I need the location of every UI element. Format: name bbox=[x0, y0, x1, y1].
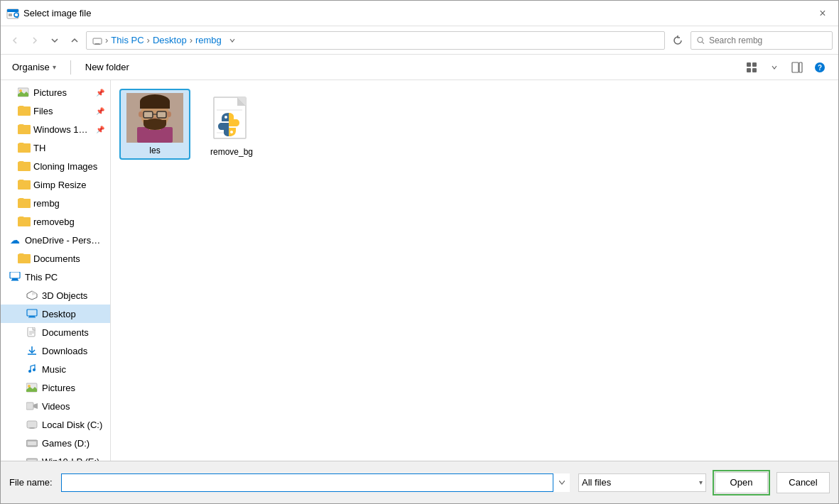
sidebar-label-documents-pc: Documents bbox=[42, 327, 89, 338]
folder-icon-cloning bbox=[18, 160, 29, 172]
svg-rect-22 bbox=[11, 280, 18, 281]
svg-rect-55 bbox=[144, 112, 152, 117]
sidebar-item-files[interactable]: Files 📌 bbox=[1, 102, 110, 120]
file-thumbnail-les bbox=[126, 93, 183, 143]
back-button[interactable] bbox=[6, 32, 23, 49]
svg-rect-56 bbox=[158, 112, 166, 117]
svg-rect-10 bbox=[747, 62, 751, 67]
svg-rect-1 bbox=[7, 9, 18, 12]
help-icon: ? bbox=[814, 62, 826, 73]
toolbar: Organise ▾ New folder bbox=[1, 55, 838, 80]
sidebar-label-th: TH bbox=[33, 143, 45, 153]
toolbar-separator bbox=[70, 60, 71, 75]
search-input[interactable] bbox=[709, 35, 826, 45]
sidebar-item-music[interactable]: Music bbox=[1, 360, 110, 378]
sidebar-item-documents-pc[interactable]: Documents bbox=[1, 323, 110, 341]
sidebar-label-downloads: Downloads bbox=[42, 346, 87, 356]
organise-button[interactable]: Organise ▾ bbox=[9, 60, 59, 74]
sidebar-item-localdc[interactable]: Local Disk (C:) bbox=[1, 415, 110, 434]
svg-point-33 bbox=[28, 370, 31, 373]
sidebar-item-pictures[interactable]: Pictures 📌 bbox=[1, 83, 110, 102]
pictures-pc-icon bbox=[26, 382, 38, 393]
sidebar-item-removebg[interactable]: removebg bbox=[1, 212, 110, 231]
close-button[interactable]: × bbox=[813, 4, 833, 23]
svg-rect-11 bbox=[752, 62, 757, 67]
svg-rect-59 bbox=[144, 120, 166, 124]
win10drive-icon bbox=[26, 456, 38, 461]
downloads-icon bbox=[26, 345, 38, 356]
sidebar-item-downloads[interactable]: Downloads bbox=[1, 341, 110, 360]
recent-locations-button[interactable] bbox=[46, 32, 63, 49]
breadcrumb-desktop[interactable]: Desktop bbox=[153, 35, 187, 45]
svg-rect-15 bbox=[799, 62, 802, 72]
filename-dropdown-button[interactable] bbox=[553, 473, 570, 492]
refresh-button[interactable] bbox=[668, 31, 688, 50]
view-options-button[interactable] bbox=[742, 57, 762, 77]
desktop-icon bbox=[26, 308, 38, 319]
up-button[interactable] bbox=[66, 32, 83, 49]
svg-rect-14 bbox=[792, 62, 799, 72]
search-box[interactable] bbox=[691, 31, 833, 50]
svg-rect-13 bbox=[752, 68, 757, 72]
open-button[interactable]: Open bbox=[715, 472, 768, 493]
breadcrumb-pc-icon bbox=[92, 35, 102, 45]
sidebar-item-onedrive[interactable]: ☁ OneDrive - Person... bbox=[1, 231, 110, 249]
sidebar-item-pictures-pc[interactable]: Pictures bbox=[1, 378, 110, 397]
sidebar-item-documents-od[interactable]: Documents bbox=[1, 249, 110, 268]
folder-icon-th bbox=[18, 142, 29, 153]
file-thumbnail-removebg bbox=[203, 94, 260, 144]
localdisk-icon bbox=[26, 419, 38, 430]
file-item-removebg[interactable]: remove_bg bbox=[196, 89, 267, 160]
sidebar-item-rembg[interactable]: rembg bbox=[1, 194, 110, 212]
python-file-icon bbox=[212, 96, 251, 142]
sidebar-item-thispc[interactable]: This PC bbox=[1, 268, 110, 286]
svg-rect-2 bbox=[9, 13, 12, 16]
cancel-button[interactable]: Cancel bbox=[776, 472, 830, 493]
filename-input[interactable] bbox=[61, 473, 570, 492]
breadcrumb-bar[interactable]: › This PC › Desktop › rembg bbox=[86, 31, 665, 50]
new-folder-button[interactable]: New folder bbox=[82, 60, 132, 74]
folder-icon-gimp bbox=[18, 179, 29, 190]
bottom-bar: File name: All files ▾ Open Cancel bbox=[1, 461, 838, 503]
sidebar-item-3dobjects[interactable]: 3D Objects bbox=[1, 286, 110, 305]
breadcrumb-expand-button[interactable] bbox=[226, 34, 239, 47]
sidebar-label-cloning: Cloning Images bbox=[33, 161, 97, 172]
details-pane-button[interactable] bbox=[787, 57, 807, 77]
sidebar-item-win10lpe[interactable]: Win10-LP (E:) bbox=[1, 452, 110, 461]
view-icon bbox=[746, 62, 757, 73]
sidebar-item-cloning[interactable]: Cloning Images bbox=[1, 157, 110, 175]
sidebar-label-desktop: Desktop bbox=[42, 309, 76, 319]
svg-rect-38 bbox=[27, 421, 37, 428]
gamesdrive-icon bbox=[26, 437, 38, 449]
filetype-select[interactable]: All files ▾ bbox=[578, 473, 706, 492]
sidebar-item-gamesdd[interactable]: Games (D:) bbox=[1, 434, 110, 452]
breadcrumb-sep1: › bbox=[105, 35, 108, 45]
sidebar-item-windows11[interactable]: Windows 11 P... 📌 bbox=[1, 120, 110, 138]
help-button[interactable]: ? bbox=[810, 57, 830, 77]
svg-rect-7 bbox=[94, 44, 100, 45]
svg-rect-49 bbox=[140, 102, 170, 109]
breadcrumb-thispc[interactable]: This PC bbox=[111, 35, 144, 45]
sidebar-item-gimpresize[interactable]: Gimp Resize bbox=[1, 175, 110, 194]
sidebar-item-desktop[interactable]: Desktop bbox=[1, 305, 110, 323]
organise-chevron-icon: ▾ bbox=[53, 63, 56, 71]
breadcrumb-rembg[interactable]: rembg bbox=[195, 35, 222, 45]
pin-icon: 📌 bbox=[96, 89, 104, 97]
svg-rect-21 bbox=[12, 278, 18, 280]
sidebar-item-videos[interactable]: Videos bbox=[1, 397, 110, 415]
onedrive-icon: ☁ bbox=[9, 234, 21, 246]
sidebar-label-files: Files bbox=[33, 106, 53, 116]
filetype-label: All files bbox=[582, 477, 611, 488]
details-pane-icon bbox=[791, 62, 803, 73]
sidebar-item-th[interactable]: TH bbox=[1, 138, 110, 157]
file-area: les bbox=[111, 80, 838, 461]
svg-rect-25 bbox=[27, 309, 37, 316]
svg-rect-12 bbox=[747, 68, 751, 72]
file-label-removebg: remove_bg bbox=[210, 147, 253, 157]
view-chevron-button[interactable] bbox=[764, 57, 784, 77]
breadcrumb-sep3: › bbox=[190, 35, 193, 45]
forward-button[interactable] bbox=[26, 32, 43, 49]
svg-rect-27 bbox=[28, 317, 36, 318]
svg-point-65 bbox=[224, 116, 227, 119]
file-item-les[interactable]: les bbox=[119, 89, 190, 160]
